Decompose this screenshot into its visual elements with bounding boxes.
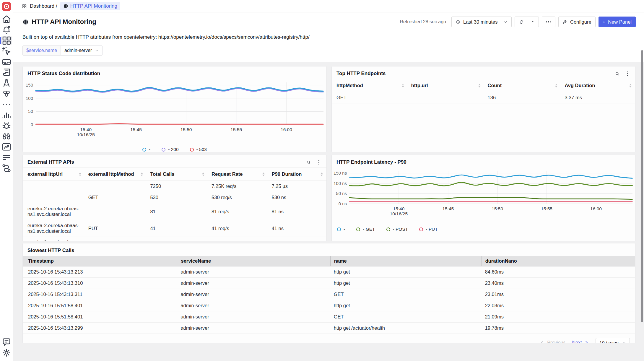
legend-item[interactable]: - PUT — [419, 227, 438, 232]
table-cell: GET — [330, 289, 482, 300]
vertical-scrollbar[interactable] — [641, 50, 643, 322]
signoz-logo[interactable] — [2, 2, 11, 11]
sidebar-item-alerts[interactable] — [1, 25, 12, 35]
table-row[interactable]: 2025-10-16 15:43:13.213admin-serverhttp … — [23, 266, 635, 278]
table-row[interactable]: eureka-2.eureka.obaas-ns1.svc.cluster.lo… — [23, 203, 326, 220]
column-header: name — [330, 256, 482, 266]
table-row[interactable]: GET530530 req/s530 ns — [23, 192, 326, 203]
cluster-icon — [1, 88, 12, 99]
pagination: Previous Next 10 / page — [23, 334, 635, 343]
pagination-next[interactable]: Next — [572, 340, 589, 343]
app-root: Dashboard / HTTP API Monitoring HTTP API… — [0, 0, 644, 361]
table-cell: 530 ns — [268, 192, 326, 203]
sidebar-item-service-map[interactable] — [1, 78, 12, 88]
search-icon[interactable] — [306, 160, 311, 165]
column-header[interactable]: Avg Duration — [561, 79, 635, 92]
sidebar-item-home[interactable] — [1, 14, 12, 24]
logo-eye-icon — [2, 2, 11, 11]
sidebar-item-support[interactable] — [1, 337, 12, 347]
sidebar-item-traces[interactable] — [1, 46, 12, 56]
table-cell: 2025-10-16 15:51:58.401 — [23, 300, 177, 311]
table-row[interactable]: eureka-2.eureka.obaas-ns1.svc.cluster.lo… — [23, 237, 326, 241]
table-row[interactable]: 72507.25K req/s7.25 µs — [23, 181, 326, 192]
legend-item[interactable]: - — [337, 227, 345, 232]
legend-label: - 503 — [196, 147, 207, 152]
sidebar-item-dashboards[interactable] — [1, 36, 12, 45]
sidebar-item-explorer[interactable] — [1, 131, 12, 141]
sidebar-item-integrations[interactable] — [1, 163, 12, 173]
legend-item[interactable]: - 503 — [190, 147, 207, 152]
wrench-icon — [562, 19, 567, 25]
table-row[interactable]: 2025-10-16 15:43:13.311admin-serverGET23… — [23, 289, 635, 300]
legend-item[interactable]: - — [142, 147, 150, 152]
column-header: serviceName — [177, 256, 330, 266]
column-header[interactable]: externalHttpUrl — [23, 168, 85, 180]
refresh-button[interactable] — [515, 17, 528, 27]
breadcrumb-dashboard-link[interactable]: Dashboard / — [30, 3, 57, 9]
legend-item[interactable]: - GET — [356, 227, 375, 232]
sidebar-item-usage[interactable] — [1, 142, 12, 152]
legend-item[interactable]: - 200 — [162, 147, 178, 152]
table-cell: 41 req/s — [208, 223, 268, 234]
breadcrumb-current-badge[interactable]: HTTP API Monitoring — [60, 2, 120, 10]
table-row[interactable]: GET1363.37 ms — [332, 92, 635, 103]
service-variable-select[interactable]: $service.name admin-server — [22, 45, 103, 56]
sort-icon[interactable] — [260, 173, 265, 176]
more-options-button[interactable] — [542, 17, 555, 27]
svg-text:15:40: 15:40 — [393, 206, 405, 211]
column-header[interactable]: P90 Duration — [268, 168, 326, 180]
sort-icon[interactable] — [77, 173, 81, 176]
sidebar-item-metrics[interactable] — [1, 110, 12, 120]
table-row[interactable]: 2025-10-16 15:51:58.401admin-serverGET21… — [23, 311, 635, 323]
page-size-select[interactable]: 10 / page — [596, 338, 630, 343]
sort-icon[interactable] — [553, 84, 557, 87]
column-header[interactable]: externalHttpMethod — [85, 168, 147, 180]
external-apis-table: externalHttpUrlexternalHttpMethodTotal C… — [23, 168, 326, 241]
pagination-previous[interactable]: Previous — [540, 340, 565, 343]
table-row[interactable]: 2025-10-16 15:43:13.310admin-serverhttp … — [23, 278, 635, 289]
search-icon[interactable] — [614, 71, 620, 77]
table-row[interactable]: 2025-10-16 15:43:13.299admin-serverhttp … — [23, 323, 635, 334]
legend-item[interactable]: - POST — [386, 227, 408, 232]
svg-text:100: 100 — [26, 96, 33, 101]
chevron-down-icon — [95, 49, 99, 53]
variable-value[interactable]: admin-server — [61, 46, 102, 55]
refresh-group — [515, 17, 539, 27]
column-header[interactable]: Count — [484, 79, 561, 92]
sidebar-item-more[interactable] — [1, 100, 12, 109]
sidebar-item-settings[interactable] — [1, 348, 12, 357]
legend-label: - GET — [363, 227, 375, 232]
table-cell: 40 ns — [268, 240, 326, 242]
kebab-menu-icon[interactable] — [625, 71, 630, 77]
column-header[interactable]: Total Calls — [147, 168, 208, 180]
sort-icon[interactable] — [200, 173, 204, 176]
sidebar-item-logs[interactable] — [1, 68, 12, 77]
column-header[interactable]: http.url — [408, 79, 484, 92]
sort-icon[interactable] — [476, 84, 481, 87]
svg-text:150 ns: 150 ns — [334, 170, 347, 175]
column-header[interactable]: Request Rate — [208, 168, 268, 180]
latency-p90-chart[interactable]: 0 ns50 ns100 ns150 ns15:4010/16/2515:451… — [332, 168, 635, 217]
table-row[interactable]: eureka-2.eureka.obaas-ns1.svc.cluster.lo… — [23, 220, 326, 237]
new-panel-button[interactable]: + New Panel — [599, 17, 636, 27]
column-header[interactable]: httpMethod — [332, 79, 408, 92]
table-cell: 23.01ms — [482, 289, 635, 300]
sort-icon[interactable] — [627, 84, 632, 87]
sort-icon[interactable] — [318, 173, 323, 176]
sort-icon[interactable] — [399, 84, 404, 87]
sidebar-item-services[interactable] — [1, 57, 12, 66]
table-header-row: TimestampserviceNamenamedurationNano — [23, 256, 635, 266]
time-range-select[interactable]: Last 30 minutes — [451, 17, 512, 27]
chat-icon — [1, 337, 12, 347]
table-row[interactable]: 2025-10-16 15:51:58.401admin-serverhttp … — [23, 300, 635, 311]
refresh-interval-button[interactable] — [528, 17, 539, 27]
status-code-chart[interactable]: 05010015015:4010/16/2515:4515:5015:5516:… — [23, 79, 326, 138]
sidebar-item-pipelines[interactable] — [1, 153, 12, 162]
table-cell: GET — [85, 240, 147, 242]
binoculars-icon — [1, 131, 12, 142]
sidebar-item-messaging-queues[interactable] — [1, 89, 12, 98]
sort-icon[interactable] — [138, 173, 143, 176]
sidebar-item-exceptions[interactable] — [1, 121, 12, 130]
kebab-menu-icon[interactable] — [316, 160, 322, 165]
configure-button[interactable]: Configure — [558, 17, 596, 27]
